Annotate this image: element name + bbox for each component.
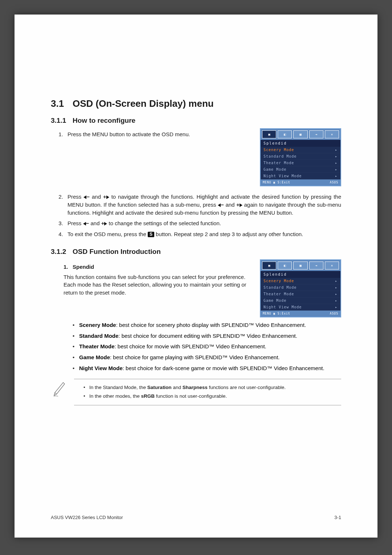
osd-tab-system-icon: ✕ [325,130,339,138]
osd-item-game: Game Mode▸ [261,166,340,173]
subsection-311-title: How to reconfigure [73,117,135,124]
osd-footer-left: MENU ▣ S:Exit [263,312,290,315]
osd-footer-brand: ASUS [330,312,338,315]
step-list-2: Press − and + to navigate through the fu… [51,193,341,238]
osd-tab-splendid-icon: ▣ [262,262,276,270]
arrow-icon: ▸ [335,148,338,152]
section-title: 3.1OSD (On-Screen Display) menu [51,98,341,109]
step-list-1: Press the MENU button to activate the OS… [51,130,253,138]
page-footer: ASUS VW226 Series LCD Monitor 3-1 [51,515,341,520]
osd-footer: MENU ▣ S:Exit ASUS [261,179,340,186]
row-311: Press the MENU button to activate the OS… [51,128,341,186]
note1-b: Saturation [147,385,172,390]
spendid-col: 1. Spendid This function contains five s… [51,259,253,297]
step-2-part-d: and [224,202,236,208]
osd-screenshot-1: ▣ ◧ ▦ ⇥ ✕ Splendid Scenery Mode▸ Standar… [260,128,341,186]
osd-item-night-label: Night View Mode [264,174,302,178]
bullet-game-rest: : best choice for game playing with SPLE… [110,354,279,360]
osd-item-standard-label: Standard Mode [264,154,297,158]
osd-body: Splendid Scenery Mode▸ Standard Mode▸ Th… [261,140,340,179]
osd-menu-heading: Splendid [261,140,340,147]
step-3-part-a: Press [68,220,83,226]
osd-item-scenery-label: Scenery Mode [264,279,294,283]
note2-b: sRGB [141,393,155,399]
section-number: 3.1 [51,98,73,109]
steps-continued: Press − and + to navigate through the fu… [51,193,341,238]
arrow-icon: ▸ [335,285,338,289]
bullet-scenery-rest: : best choice for scenery photo display … [116,322,306,328]
note-content: In the Standard Mode, the Saturation and… [74,379,341,406]
osd-item-game: Game Mode▸ [261,297,340,304]
bullet-standard-bold: Standard Mode [79,333,118,339]
note1-a: In the Standard Mode, the [89,385,147,390]
osd-tab-image-icon: ◧ [278,130,292,138]
arrow-icon: ▸ [335,299,338,303]
plus-symbol: + [101,220,105,226]
bullet-game: Game Mode: best choice for game playing … [73,353,341,361]
note2-c: function is not user-configurable. [155,393,227,399]
subsection-311-number: 3.1.1 [51,117,73,125]
osd-tab-input-icon: ⇥ [309,130,323,138]
osd-menu-heading: Splendid [261,271,340,278]
arrow-icon: ▸ [335,154,338,158]
bullet-standard-rest: : best choice for document editing with … [118,333,297,339]
row-312: 1. Spendid This function contains five s… [51,259,341,317]
right-arrow-icon [240,203,242,207]
osd-tab-image-icon: ◧ [278,262,292,270]
minus-symbol: − [86,220,89,226]
osd-tabbar: ▣ ◧ ▦ ⇥ ✕ [261,260,340,271]
footer-product: ASUS VW226 Series LCD Monitor [51,515,123,520]
step-2-part-a: Press [68,194,83,200]
note1-d: Sharpness [183,385,208,390]
osd-item-standard-label: Standard Mode [264,285,297,289]
osd-item-standard: Standard Mode▸ [261,153,340,160]
osd-body: Splendid Scenery Mode▸ Standard Mode▸ Th… [261,271,340,311]
bullet-night-bold: Night View Mode [79,365,123,371]
osd-footer-brand: ASUS [330,181,338,184]
mode-bullet-list: Scenery Mode: best choice for scenery ph… [51,321,341,372]
osd-tabbar: ▣ ◧ ▦ ⇥ ✕ [261,129,340,140]
osd-item-theater-label: Theater Mode [264,292,294,296]
step-3-part-c: to change the settings of the selected f… [107,220,221,226]
osd-item-theater: Theater Mode▸ [261,291,340,297]
arrow-icon: ▸ [335,174,338,178]
step-2-part-b: and [90,194,103,200]
osd-footer: MENU ▣ S:Exit ASUS [261,311,340,317]
bullet-night: Night View Mode: best choice for dark-sc… [73,364,341,372]
note-line-1: In the Standard Mode, the Saturation and… [83,384,340,391]
osd-tab-color-icon: ▦ [293,130,307,138]
step-1-text: Press the MENU button to activate the OS… [68,131,190,137]
osd-item-scenery: Scenery Mode▸ [261,278,340,284]
osd-item-theater: Theater Mode▸ [261,160,340,166]
step-1: Press the MENU button to activate the OS… [65,130,253,138]
osd-item-game-label: Game Mode [264,167,286,171]
step-3: Press − and + to change the settings of … [65,219,341,227]
subsection-312-title: OSD Function Introduction [73,248,161,255]
bullet-scenery-bold: Scenery Mode [79,322,116,328]
osd-item-theater-label: Theater Mode [264,161,294,165]
subsection-312-number: 3.1.2 [51,248,73,256]
bullet-theater: Theater Mode: best choice for movie with… [73,343,341,351]
subsection-311-heading: 3.1.1How to reconfigure [51,117,341,125]
osd-tab-input-icon: ⇥ [309,262,323,270]
subsection-312-heading: 3.1.2OSD Function Introduction [51,248,341,256]
left-arrow-icon [83,222,86,226]
osd-item-scenery: Scenery Mode▸ [261,147,340,153]
minus-symbol: − [86,194,90,200]
note2-a: In the other modes, the [89,393,141,399]
arrow-icon: ▸ [335,279,338,283]
note-box: In the Standard Mode, the Saturation and… [51,379,341,406]
minus-symbol: − [221,202,224,208]
arrow-icon: ▸ [335,305,338,309]
steps-col: Press the MENU button to activate the OS… [51,128,253,141]
osd-tab-splendid-icon: ▣ [262,130,276,138]
step-3-part-b: and [89,220,101,226]
step-4: To exit the OSD menu, press the S button… [65,230,341,238]
spendid-paragraph: This function contains five sub-function… [64,273,253,297]
osd-item-game-label: Game Mode [264,299,286,303]
osd-footer-left: MENU ▣ S:Exit [263,181,290,184]
top-margin-spacer [51,36,341,98]
step-4-part-b: button. Repeat step 2 and step 3 to adju… [154,231,303,237]
step-4-part-a: To exit the OSD menu, press the [68,231,148,237]
left-arrow-icon [218,203,221,207]
